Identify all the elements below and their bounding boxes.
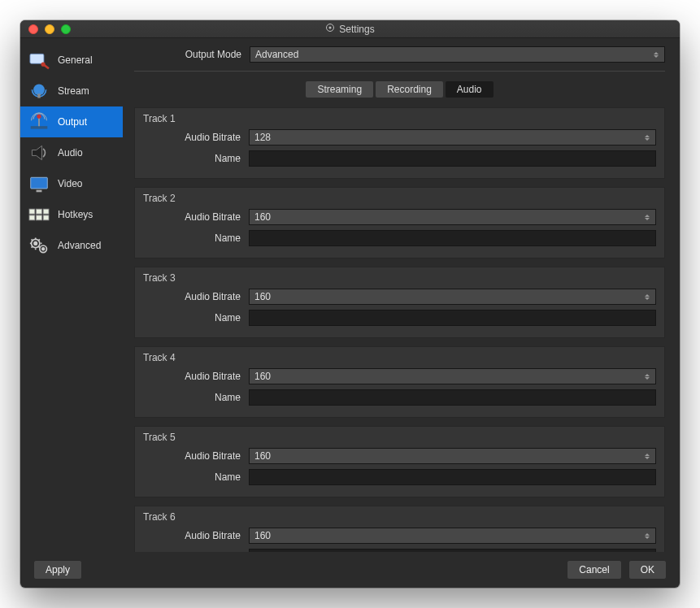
- svg-point-4: [41, 63, 46, 67]
- svg-rect-13: [37, 209, 42, 214]
- track-title: Track 5: [143, 432, 656, 443]
- bitrate-value: 160: [254, 291, 271, 302]
- svg-point-5: [33, 84, 45, 95]
- bitrate-value: 160: [254, 530, 271, 541]
- name-input[interactable]: [249, 230, 656, 246]
- sidebar-item-label: Audio: [58, 147, 83, 159]
- stream-icon: [27, 80, 51, 102]
- output-mode-select[interactable]: Advanced: [250, 46, 665, 63]
- name-label: Name: [143, 392, 241, 403]
- dialog-footer: Apply Cancel OK: [20, 552, 680, 588]
- chevron-updown-icon: [642, 449, 652, 463]
- svg-point-1: [329, 27, 332, 29]
- bitrate-value: 160: [254, 211, 271, 223]
- svg-rect-6: [37, 93, 40, 98]
- bitrate-label: Audio Bitrate: [143, 371, 241, 382]
- sidebar-item-video[interactable]: Video: [20, 168, 123, 199]
- svg-rect-16: [37, 215, 42, 220]
- bitrate-label: Audio Bitrate: [143, 132, 241, 143]
- name-input[interactable]: [249, 150, 656, 167]
- sidebar-item-hotkeys[interactable]: Hotkeys: [20, 199, 123, 230]
- main-panel: Output Mode Advanced Streaming Recording…: [123, 38, 680, 552]
- cancel-button[interactable]: Cancel: [567, 560, 621, 580]
- audio-icon: [27, 141, 51, 164]
- output-mode-value: Advanced: [255, 49, 298, 60]
- track-group: Track 6Audio Bitrate160Name: [134, 506, 665, 552]
- general-icon: [27, 49, 51, 72]
- output-subtabs: Streaming Recording Audio: [134, 81, 665, 98]
- output-mode-label: Output Mode: [134, 49, 241, 60]
- separator: [134, 71, 665, 72]
- track-title: Track 4: [143, 352, 656, 363]
- sidebar: General Stream Output Audio: [20, 38, 123, 552]
- advanced-icon: [27, 234, 51, 257]
- sidebar-item-label: Stream: [58, 85, 89, 97]
- svg-rect-15: [29, 215, 35, 220]
- sidebar-item-label: Advanced: [58, 240, 101, 251]
- tab-recording[interactable]: Recording: [376, 81, 443, 98]
- track-group: Track 5Audio Bitrate160Name: [134, 426, 665, 497]
- bitrate-label: Audio Bitrate: [143, 530, 241, 541]
- name-input[interactable]: [249, 310, 656, 326]
- sidebar-item-advanced[interactable]: Advanced: [20, 230, 123, 261]
- sidebar-item-label: General: [58, 54, 93, 66]
- chevron-updown-icon: [642, 528, 652, 543]
- svg-point-19: [34, 242, 37, 245]
- track-group: Track 2Audio Bitrate160Name: [134, 187, 665, 258]
- app-icon: [325, 23, 335, 35]
- apply-button[interactable]: Apply: [33, 560, 82, 580]
- svg-rect-7: [31, 126, 48, 128]
- chevron-updown-icon: [651, 47, 661, 62]
- svg-rect-11: [37, 190, 42, 193]
- sidebar-item-label: Video: [58, 178, 82, 189]
- video-icon: [27, 172, 51, 195]
- hotkeys-icon: [27, 203, 51, 226]
- bitrate-stepper[interactable]: 160: [249, 289, 656, 305]
- bitrate-label: Audio Bitrate: [143, 450, 241, 462]
- bitrate-value: 160: [254, 450, 271, 462]
- bitrate-stepper[interactable]: 160: [249, 209, 656, 225]
- svg-rect-14: [43, 209, 49, 214]
- bitrate-stepper[interactable]: 160: [249, 528, 656, 544]
- sidebar-item-label: Output: [58, 116, 87, 128]
- bitrate-stepper[interactable]: 160: [249, 368, 656, 384]
- svg-rect-17: [43, 215, 49, 220]
- track-group: Track 4Audio Bitrate160Name: [134, 346, 665, 418]
- settings-window: Settings General Stream Output: [20, 20, 680, 588]
- sidebar-item-audio[interactable]: Audio: [20, 137, 123, 168]
- chevron-updown-icon: [642, 130, 652, 145]
- name-label: Name: [143, 153, 241, 164]
- name-input[interactable]: [249, 389, 656, 406]
- bitrate-label: Audio Bitrate: [143, 211, 241, 223]
- track-group: Track 1Audio Bitrate128Name: [134, 107, 665, 179]
- bitrate-label: Audio Bitrate: [143, 291, 241, 302]
- bitrate-stepper[interactable]: 128: [249, 129, 656, 145]
- svg-point-21: [42, 248, 45, 250]
- sidebar-item-general[interactable]: General: [20, 45, 123, 76]
- bitrate-stepper[interactable]: 160: [249, 448, 656, 464]
- sidebar-item-output[interactable]: Output: [20, 106, 123, 137]
- svg-rect-2: [30, 54, 44, 63]
- name-label: Name: [143, 312, 241, 324]
- chevron-updown-icon: [642, 289, 652, 304]
- svg-point-9: [37, 115, 41, 119]
- tab-audio[interactable]: Audio: [446, 81, 493, 98]
- track-title: Track 6: [143, 511, 656, 523]
- sidebar-item-label: Hotkeys: [58, 209, 93, 220]
- svg-rect-12: [29, 209, 35, 214]
- track-group: Track 3Audio Bitrate160Name: [134, 267, 665, 338]
- track-title: Track 1: [143, 113, 656, 124]
- track-title: Track 2: [143, 193, 656, 204]
- bitrate-value: 160: [254, 371, 271, 382]
- window-title: Settings: [339, 24, 374, 35]
- chevron-updown-icon: [642, 210, 652, 224]
- tab-streaming[interactable]: Streaming: [306, 81, 373, 98]
- ok-button[interactable]: OK: [628, 560, 667, 580]
- name-input[interactable]: [249, 549, 656, 552]
- name-input[interactable]: [249, 469, 656, 485]
- track-title: Track 3: [143, 272, 656, 284]
- name-label: Name: [143, 232, 241, 244]
- sidebar-item-stream[interactable]: Stream: [20, 76, 123, 106]
- bitrate-value: 128: [254, 132, 271, 143]
- output-icon: [27, 111, 51, 133]
